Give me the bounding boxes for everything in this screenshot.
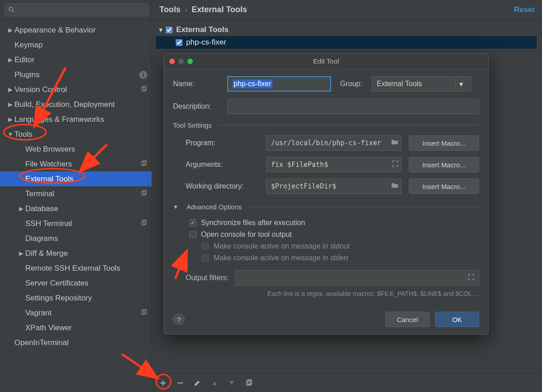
scope-icon bbox=[141, 85, 147, 94]
insert-macro-program-button[interactable]: Insert Macro... bbox=[409, 135, 479, 151]
sidebar-item-label: Vagrant bbox=[25, 309, 141, 318]
sidebar-item[interactable]: Terminal bbox=[0, 186, 152, 201]
tool-checkbox[interactable] bbox=[176, 39, 182, 46]
external-tools-tree: ▼ External Tools php-cs-fixer bbox=[156, 23, 537, 49]
sidebar-item[interactable]: Plugins1 bbox=[0, 67, 152, 82]
insert-macro-arguments-button[interactable]: Insert Macro... bbox=[409, 157, 479, 172]
caret-right-icon[interactable]: ▶ bbox=[6, 56, 14, 63]
sidebar-item-label: Keymap bbox=[14, 41, 147, 50]
caret-down-icon: ▼ bbox=[156, 27, 166, 33]
cancel-button[interactable]: Cancel bbox=[385, 312, 430, 327]
remove-button[interactable] bbox=[176, 378, 185, 387]
group-value: External Tools bbox=[377, 80, 422, 88]
sidebar-item-label: External Tools bbox=[25, 175, 147, 184]
sidebar-item[interactable]: ▶Editor bbox=[0, 52, 152, 67]
section-divider bbox=[218, 125, 479, 125]
caret-right-icon[interactable]: ▶ bbox=[6, 27, 14, 33]
sidebar-item[interactable]: OpenInTerminal bbox=[0, 335, 152, 350]
breadcrumb-leaf: External Tools bbox=[192, 5, 247, 14]
description-input[interactable] bbox=[227, 99, 479, 114]
copy-button[interactable] bbox=[244, 378, 253, 387]
svg-point-0 bbox=[9, 7, 13, 11]
open-console-checkbox[interactable] bbox=[189, 231, 196, 238]
scope-icon bbox=[141, 189, 147, 198]
breadcrumb-root[interactable]: Tools bbox=[159, 5, 181, 14]
scope-icon bbox=[141, 219, 147, 228]
sidebar-item[interactable]: ▶Diff & Merge bbox=[0, 246, 152, 261]
output-filters-hint: Each line is a regex, available macros: … bbox=[173, 290, 478, 297]
output-filters-input[interactable] bbox=[235, 270, 479, 286]
caret-right-icon[interactable]: ▶ bbox=[17, 205, 25, 212]
chevron-right-icon: › bbox=[185, 6, 187, 14]
insert-macro-workdir-button[interactable]: Insert Macro... bbox=[409, 179, 479, 194]
stdout-checkbox bbox=[202, 243, 209, 250]
sidebar-item[interactable]: External Tools bbox=[0, 171, 152, 186]
workdir-input[interactable]: $ProjectFileDir$ bbox=[266, 179, 402, 194]
search-icon bbox=[8, 6, 14, 13]
move-up-button[interactable]: ▲ bbox=[210, 378, 219, 387]
open-console-label: Open console for tool output bbox=[201, 231, 292, 239]
sidebar-item[interactable]: Diagrams bbox=[0, 231, 152, 246]
caret-down-icon[interactable]: ▼ bbox=[173, 204, 178, 210]
caret-right-icon[interactable]: ▶ bbox=[6, 101, 14, 108]
group-checkbox[interactable] bbox=[166, 27, 173, 33]
reset-link[interactable]: Reset bbox=[514, 5, 535, 14]
edit-button[interactable] bbox=[193, 378, 202, 387]
sidebar-item-label: Server Certificates bbox=[25, 279, 147, 288]
sidebar-item[interactable]: Remote SSH External Tools bbox=[0, 261, 152, 276]
caret-right-icon[interactable]: ▶ bbox=[6, 86, 14, 93]
external-tool-item-row[interactable]: php-cs-fixer bbox=[156, 36, 537, 49]
sidebar-item-label: Diff & Merge bbox=[25, 249, 147, 258]
move-down-button[interactable]: ▼ bbox=[227, 378, 236, 387]
sidebar-item[interactable]: ▶Version Control bbox=[0, 82, 152, 97]
sidebar-item-label: Editor bbox=[14, 55, 147, 65]
folder-icon[interactable] bbox=[391, 182, 398, 190]
sidebar-item[interactable]: XPath Viewer bbox=[0, 320, 152, 335]
sidebar-item-label: XPath Viewer bbox=[25, 323, 147, 332]
group-combobox[interactable]: External Tools ▾ bbox=[372, 76, 471, 92]
caret-right-icon[interactable]: ▶ bbox=[17, 250, 25, 257]
name-label: Name: bbox=[173, 80, 227, 88]
sidebar-search-input[interactable] bbox=[5, 4, 148, 16]
sync-files-checkbox[interactable] bbox=[189, 219, 196, 226]
sidebar-item[interactable]: Server Certificates bbox=[0, 276, 152, 291]
arguments-label: Arguments: bbox=[173, 161, 259, 169]
sidebar-item-label: File Watchers bbox=[25, 160, 141, 169]
program-label: Program: bbox=[173, 139, 259, 147]
sidebar-item-label: Plugins bbox=[14, 70, 139, 79]
count-badge: 1 bbox=[139, 71, 147, 79]
expand-icon[interactable] bbox=[468, 274, 474, 282]
sidebar-item[interactable]: Settings Repository bbox=[0, 291, 152, 305]
sidebar-item-label: Web Browsers bbox=[25, 145, 147, 154]
settings-sidebar: ▶Appearance & BehaviorKeymap▶EditorPlugi… bbox=[0, 0, 152, 392]
add-button[interactable] bbox=[159, 378, 168, 387]
caret-right-icon[interactable]: ▶ bbox=[6, 116, 14, 123]
stderr-label: Make console active on message in stderr bbox=[214, 254, 349, 262]
sidebar-item[interactable]: Vagrant bbox=[0, 305, 152, 320]
tool-settings-title: Tool Settings bbox=[173, 121, 212, 129]
sidebar-item[interactable]: Keymap bbox=[0, 37, 152, 52]
program-input[interactable]: /usr/local/bin/php-cs-fixer bbox=[266, 135, 402, 151]
sidebar-item[interactable]: ▶Build, Execution, Deployment bbox=[0, 97, 152, 112]
scope-icon bbox=[141, 309, 147, 318]
ok-button[interactable]: OK bbox=[435, 312, 479, 327]
name-input[interactable]: php-cs-fixer bbox=[227, 76, 331, 92]
sidebar-item[interactable]: ▶Languages & Frameworks bbox=[0, 112, 152, 127]
advanced-options-title: Advanced Options bbox=[187, 203, 242, 211]
edit-tool-dialog: Edit Tool Name: php-cs-fixer Group: Exte… bbox=[164, 53, 489, 335]
folder-icon[interactable] bbox=[391, 139, 398, 147]
sidebar-item[interactable]: Web Browsers bbox=[0, 142, 152, 157]
sidebar-item[interactable]: ▶Appearance & Behavior bbox=[0, 23, 152, 37]
sidebar-item-label: Appearance & Behavior bbox=[14, 26, 147, 35]
sidebar-item[interactable]: File Watchers bbox=[0, 157, 152, 171]
sidebar-item[interactable]: ▶Database bbox=[0, 201, 152, 216]
arguments-input[interactable]: fix $FilePath$ bbox=[266, 157, 402, 172]
expand-icon[interactable] bbox=[392, 161, 398, 169]
help-button[interactable]: ? bbox=[173, 314, 185, 325]
sidebar-item[interactable]: ▼Tools bbox=[0, 127, 152, 142]
external-tools-group-row[interactable]: ▼ External Tools bbox=[156, 23, 537, 36]
sidebar-item-label: Remote SSH External Tools bbox=[25, 264, 147, 273]
sidebar-item[interactable]: SSH Terminal bbox=[0, 216, 152, 231]
caret-down-icon[interactable]: ▼ bbox=[6, 131, 14, 138]
sidebar-item-label: Database bbox=[25, 204, 147, 213]
